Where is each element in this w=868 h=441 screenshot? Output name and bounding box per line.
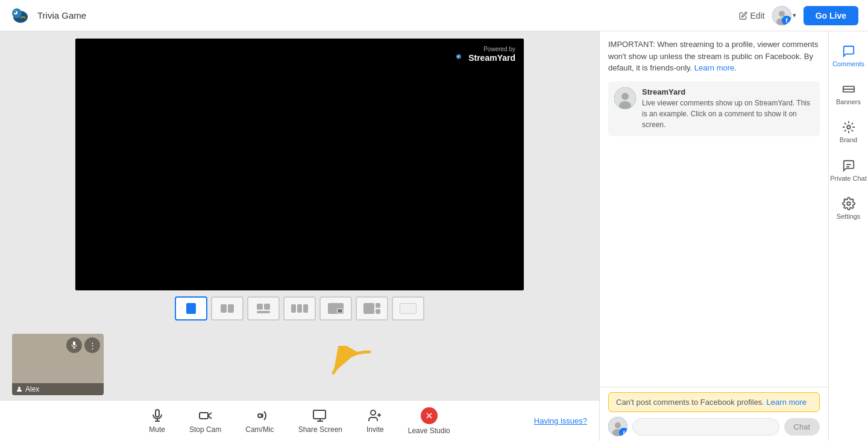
participant-card: ⋮ Alex: [12, 334, 104, 395]
svg-point-41: [847, 202, 851, 205]
cam-mic-label: Cam/Mic: [245, 425, 274, 434]
chat-input-row: f Chat: [608, 417, 820, 436]
sidebar-comments-label: Comments: [832, 60, 864, 68]
arrow-decoration: [116, 346, 587, 382]
sidebar-private-chat-label: Private Chat: [830, 175, 867, 183]
layout-selector: [175, 296, 424, 321]
svg-point-3: [14, 11, 16, 13]
svg-point-32: [615, 422, 621, 428]
invite-button[interactable]: Invite: [354, 401, 396, 441]
invite-label: Invite: [366, 425, 384, 434]
comment-item[interactable]: StreamYard Live viewer comments show up …: [608, 81, 820, 136]
sidebar-item-banners[interactable]: Banners: [829, 75, 868, 113]
svg-rect-12: [73, 342, 75, 346]
svg-point-21: [258, 414, 262, 418]
leave-studio-label: Leave Studio: [408, 427, 450, 435]
participant-name: Alex: [12, 383, 104, 395]
powered-by-text: Powered by: [455, 46, 515, 52]
stop-cam-label: Stop Cam: [189, 425, 221, 434]
video-container: Powered by StreamYard: [0, 31, 599, 329]
having-issues-link[interactable]: Having issues?: [534, 416, 587, 425]
header: Trivia Game Edit f ▾ Go Live: [0, 0, 868, 31]
layout-side-pip[interactable]: [356, 296, 388, 321]
comment-body: StreamYard Live viewer comments show up …: [642, 87, 814, 130]
bottom-panel: Can't post comments to Facebook profiles…: [600, 387, 828, 441]
sidebar-item-brand[interactable]: Brand: [829, 113, 868, 151]
stop-cam-button[interactable]: Stop Cam: [177, 401, 233, 441]
participant-more-icon[interactable]: ⋮: [84, 337, 100, 353]
svg-point-38: [847, 126, 851, 130]
comments-area: IMPORTANT: When streaming to a profile, …: [600, 31, 828, 387]
layout-two-label[interactable]: [247, 296, 280, 321]
cam-mic-button[interactable]: Cam/Mic: [233, 401, 286, 441]
svg-point-23: [371, 410, 376, 415]
far-right-sidebar: Comments Banners Brand Private C: [828, 31, 868, 441]
chat-avatar: f: [608, 417, 627, 436]
main-content: Powered by StreamYard: [0, 31, 868, 441]
leave-studio-button[interactable]: Leave Studio: [396, 401, 462, 441]
layout-three[interactable]: [283, 296, 316, 321]
sidebar-item-comments[interactable]: Comments: [829, 37, 868, 75]
leave-icon: [421, 407, 438, 424]
profile-area[interactable]: f ▾: [772, 6, 796, 25]
layout-two[interactable]: [211, 296, 244, 321]
logo-icon: [10, 5, 31, 27]
profile-chevron-icon: ▾: [793, 11, 796, 19]
comment-author: StreamYard: [642, 87, 814, 96]
sidebar-item-private-chat[interactable]: Private Chat: [829, 152, 868, 190]
sidebar-banners-label: Banners: [836, 98, 861, 106]
cannot-post-notice: Can't post comments to Facebook profiles…: [608, 392, 820, 412]
bottom-toolbar: Mute Stop Cam Cam/Mic: [0, 400, 599, 441]
brand-name: StreamYard: [455, 52, 515, 63]
layout-blank[interactable]: [392, 296, 424, 321]
sidebar-brand-label: Brand: [840, 136, 857, 144]
participant-controls: ⋮: [66, 337, 100, 353]
layout-single[interactable]: [175, 296, 207, 321]
svg-rect-20: [200, 413, 208, 419]
header-right: Edit f ▾ Go Live: [739, 6, 858, 25]
chat-send-button[interactable]: Chat: [784, 418, 820, 436]
mute-button[interactable]: Mute: [137, 401, 177, 441]
share-screen-button[interactable]: Share Screen: [286, 401, 354, 441]
arrow-svg: [321, 346, 382, 382]
important-notice: IMPORTANT: When streaming to a profile, …: [608, 39, 820, 74]
learn-more-link-bottom[interactable]: Learn more: [767, 398, 807, 407]
chat-input[interactable]: [632, 418, 779, 436]
video-stage: Powered by StreamYard: [75, 39, 524, 290]
powered-by: Powered by StreamYard: [455, 46, 515, 63]
center-area: Powered by StreamYard: [0, 31, 599, 441]
layout-pip[interactable]: [319, 296, 352, 321]
edit-label: Edit: [750, 11, 765, 20]
sidebar-settings-label: Settings: [837, 213, 861, 220]
go-live-button[interactable]: Go Live: [804, 6, 858, 25]
comment-avatar: [614, 87, 636, 109]
edit-button[interactable]: Edit: [739, 11, 765, 20]
app-title: Trivia Game: [37, 10, 86, 20]
profile-avatar: f: [772, 6, 791, 25]
sidebar-item-settings[interactable]: Settings: [829, 190, 868, 228]
mute-label: Mute: [149, 425, 165, 434]
share-screen-label: Share Screen: [298, 425, 342, 434]
header-left: Trivia Game: [10, 5, 86, 27]
svg-rect-17: [156, 410, 159, 417]
comment-text: Live viewer comments show up on StreamYa…: [642, 98, 814, 130]
participant-mic-icon[interactable]: [66, 337, 82, 353]
right-panel: IMPORTANT: When streaming to a profile, …: [599, 31, 828, 441]
svg-point-5: [779, 11, 785, 17]
learn-more-link-top[interactable]: Learn more: [694, 63, 734, 72]
svg-point-29: [621, 93, 629, 100]
svg-point-15: [18, 387, 20, 389]
svg-point-11: [458, 55, 459, 57]
svg-rect-22: [313, 410, 326, 419]
